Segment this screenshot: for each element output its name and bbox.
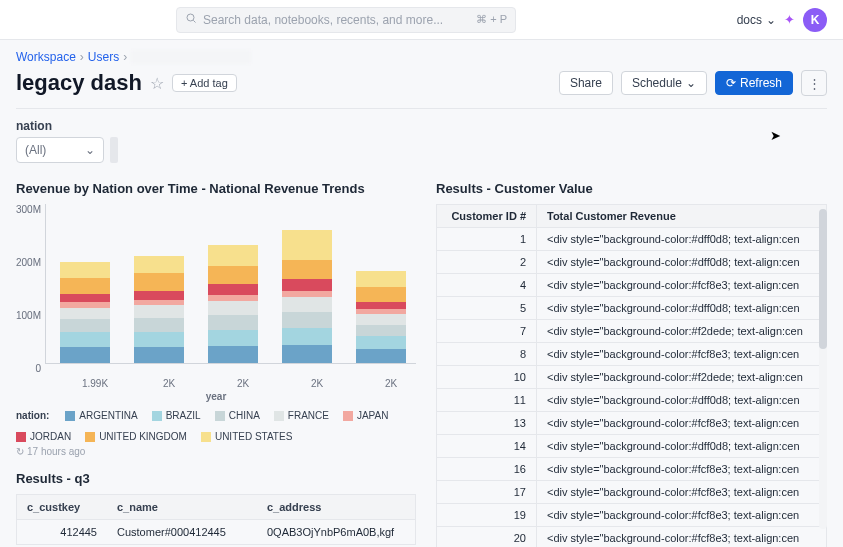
q3-col-name: c_name xyxy=(107,495,257,519)
bar-segment xyxy=(356,336,406,349)
search-input[interactable]: Search data, notebooks, recents, and mor… xyxy=(176,7,516,33)
cv-cell-revenue: <div style="background-color:#f2dede; te… xyxy=(537,320,826,342)
breadcrumb-workspace[interactable]: Workspace xyxy=(16,50,76,64)
table-row[interactable]: 19<div style="background-color:#fcf8e3; … xyxy=(436,504,827,527)
table-row[interactable]: 412445 Customer#000412445 0QAB3OjYnbP6mA… xyxy=(16,520,416,545)
bar xyxy=(208,245,258,363)
legend-item: JORDAN xyxy=(16,431,71,442)
scrollbar-thumb[interactable] xyxy=(819,209,827,349)
q3-cell: 0QAB3OjYnbP6mA0B,kgf xyxy=(257,520,415,544)
table-row[interactable]: 11<div style="background-color:#dff0d8; … xyxy=(436,389,827,412)
bar-segment xyxy=(356,302,406,309)
legend-item: CHINA xyxy=(215,410,260,421)
q3-col-custkey: c_custkey xyxy=(17,495,107,519)
q3-cell: Customer#000412445 xyxy=(107,520,257,544)
x-tick: 2K xyxy=(292,378,342,389)
table-row[interactable]: 13<div style="background-color:#fcf8e3; … xyxy=(436,412,827,435)
legend-item: ARGENTINA xyxy=(65,410,137,421)
updated-text: 17 hours ago xyxy=(27,446,85,457)
table-row[interactable]: 20<div style="background-color:#fcf8e3; … xyxy=(436,527,827,547)
nation-filter-select[interactable]: (All) ⌄ xyxy=(16,137,104,163)
filter-label-nation: nation xyxy=(16,119,827,133)
cv-header-row: Customer ID # Total Customer Revenue xyxy=(436,204,827,228)
filters: nation (All) ⌄ xyxy=(16,119,827,163)
y-axis-label: revenue xyxy=(16,238,18,276)
bar-segment xyxy=(356,325,406,337)
table-row[interactable]: 16<div style="background-color:#fcf8e3; … xyxy=(436,458,827,481)
legend-item: BRAZIL xyxy=(152,410,201,421)
bar-segment xyxy=(208,284,258,295)
customer-value-panel: Results - Customer Value Customer ID # T… xyxy=(436,181,827,547)
table-row[interactable]: 17<div style="background-color:#fcf8e3; … xyxy=(436,481,827,504)
drag-handle[interactable] xyxy=(110,137,118,163)
schedule-label: Schedule xyxy=(632,76,682,90)
search-icon xyxy=(185,12,197,27)
x-tick: 2K xyxy=(218,378,268,389)
table-row[interactable]: 10<div style="background-color:#f2dede; … xyxy=(436,366,827,389)
bar-segment xyxy=(282,328,332,345)
bar-segment xyxy=(208,346,258,363)
bar-segment xyxy=(208,266,258,284)
breadcrumb-users[interactable]: Users xyxy=(88,50,119,64)
table-row[interactable]: 2<div style="background-color:#dff0d8; t… xyxy=(436,251,827,274)
table-row[interactable]: 5<div style="background-color:#dff0d8; t… xyxy=(436,297,827,320)
cv-cell-id: 19 xyxy=(437,504,537,526)
cv-cell-revenue: <div style="background-color:#fcf8e3; te… xyxy=(537,527,826,547)
legend-item: UNITED STATES xyxy=(201,431,292,442)
bar-segment xyxy=(60,262,110,278)
table-row[interactable]: 4<div style="background-color:#fcf8e3; t… xyxy=(436,274,827,297)
svg-point-0 xyxy=(187,14,194,21)
chevron-down-icon: ⌄ xyxy=(766,13,776,27)
bar xyxy=(134,256,184,363)
x-axis: 1.99K2K2K2K2K xyxy=(16,378,416,389)
more-button[interactable]: ⋮ xyxy=(801,70,827,96)
refresh-button[interactable]: ⟳ Refresh xyxy=(715,71,793,95)
x-tick: 2K xyxy=(366,378,416,389)
table-row[interactable]: 8<div style="background-color:#fcf8e3; t… xyxy=(436,343,827,366)
cv-cell-id: 13 xyxy=(437,412,537,434)
cv-cell-id: 16 xyxy=(437,458,537,480)
legend-label-text: UNITED STATES xyxy=(215,431,292,442)
bar-segment xyxy=(282,230,332,260)
chart-bars xyxy=(45,204,416,364)
share-button[interactable]: Share xyxy=(559,71,613,95)
y-tick: 100M xyxy=(16,310,41,321)
schedule-button[interactable]: Schedule ⌄ xyxy=(621,71,707,95)
bar-segment xyxy=(282,297,332,312)
bar xyxy=(282,230,332,363)
legend-swatch xyxy=(85,432,95,442)
bar-segment xyxy=(208,330,258,346)
add-tag-button[interactable]: + Add tag xyxy=(172,74,237,92)
cv-cell-revenue: <div style="background-color:#fcf8e3; te… xyxy=(537,458,826,480)
cv-cell-revenue: <div style="background-color:#fcf8e3; te… xyxy=(537,343,826,365)
table-row[interactable]: 7<div style="background-color:#f2dede; t… xyxy=(436,320,827,343)
cv-cell-id: 10 xyxy=(437,366,537,388)
bar-segment xyxy=(356,287,406,302)
bar-segment xyxy=(60,294,110,303)
cv-cell-revenue: <div style="background-color:#dff0d8; te… xyxy=(537,228,826,250)
bar-segment xyxy=(282,279,332,291)
avatar[interactable]: K xyxy=(803,8,827,32)
y-axis: revenue 300M 200M 100M 0 xyxy=(16,204,45,374)
y-tick: 0 xyxy=(35,363,41,374)
legend-title: nation: xyxy=(16,410,49,421)
clock-icon: ↻ xyxy=(16,446,24,457)
sparkle-icon[interactable]: ✦ xyxy=(784,12,795,27)
x-tick: 2K xyxy=(144,378,194,389)
breadcrumb-user-redacted xyxy=(131,50,251,64)
scrollbar[interactable] xyxy=(819,209,827,529)
legend-item: FRANCE xyxy=(274,410,329,421)
cv-cell-revenue: <div style="background-color:#dff0d8; te… xyxy=(537,389,826,411)
cv-cell-id: 14 xyxy=(437,435,537,457)
bar-segment xyxy=(134,305,184,318)
table-row[interactable]: 14<div style="background-color:#dff0d8; … xyxy=(436,435,827,458)
cv-cell-id: 5 xyxy=(437,297,537,319)
star-icon[interactable]: ☆ xyxy=(150,74,164,93)
bar-segment xyxy=(134,347,184,363)
y-tick: 200M xyxy=(16,257,41,268)
bar-segment xyxy=(60,319,110,332)
last-updated: ↻ 17 hours ago xyxy=(16,446,416,457)
cv-cell-revenue: <div style="background-color:#dff0d8; te… xyxy=(537,297,826,319)
table-row[interactable]: 1<div style="background-color:#dff0d8; t… xyxy=(436,228,827,251)
workspace-switcher[interactable]: docs ⌄ xyxy=(737,13,776,27)
